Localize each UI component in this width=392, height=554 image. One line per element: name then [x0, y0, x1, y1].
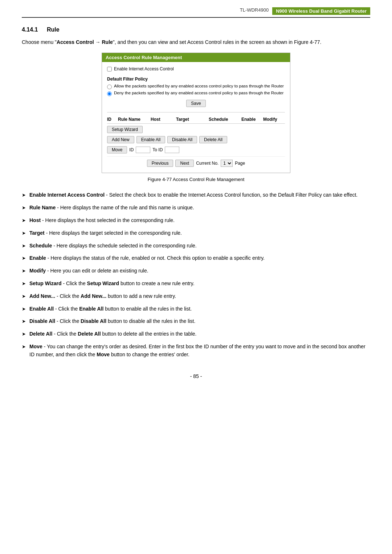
list-item-text: Disable All - Click the Disable All butt… [29, 317, 370, 325]
list-item-text: Enable All - Click the Enable All button… [29, 305, 370, 313]
delete-all-button[interactable]: Delete All [199, 136, 227, 143]
list-item-text: Delete All - Click the Delete All button… [29, 330, 370, 338]
bold-enable-all: Enable All [29, 306, 54, 312]
filter-policy-label: Default Filter Policy [107, 77, 285, 82]
list-item-host: ➤ Host - Here displays the host selected… [22, 216, 370, 225]
list-item-text: Modify - Here you can edit or delete an … [29, 267, 370, 275]
description-list: ➤ Enable Internet Access Control - Selec… [22, 191, 370, 358]
action-buttons-row: Add New Enable All Disable All Delete Al… [107, 136, 285, 143]
intro-paragraph: Choose menu "Access Control → Rule", and… [22, 38, 370, 46]
bullet-arrow-icon: ➤ [22, 305, 26, 313]
move-button[interactable]: Move [107, 146, 127, 153]
bold-rule-name: Rule Name [29, 205, 56, 210]
enable-internet-row: Enable Internet Access Control [107, 66, 285, 71]
bold-setup-wizard2: Setup Wizard [87, 280, 119, 286]
list-item-text: Enable Internet Access Control - Select … [29, 191, 370, 199]
bold-target: Target [29, 230, 45, 236]
page-number-select[interactable]: 1 2 3 [221, 160, 233, 167]
header-model: TL-WDR4900 [240, 7, 269, 15]
radio-allow-row: Allow the packets specified by any enabl… [107, 84, 285, 89]
table-header: ID Rule Name Host Target Schedule Enable… [107, 115, 285, 124]
th-modify: Modify [263, 117, 285, 122]
th-rule-name: Rule Name [118, 117, 151, 122]
list-item-modify: ➤ Modify - Here you can edit or delete a… [22, 267, 370, 275]
bullet-arrow-icon: ➤ [22, 255, 26, 262]
list-item-text: Target - Here displays the target select… [29, 229, 370, 237]
section-heading: 4.14.1 Rule [22, 26, 370, 33]
setup-wizard-row: Setup Wizard [107, 126, 285, 133]
list-item-text: Add New... - Click the Add New... button… [29, 292, 370, 300]
list-item-setup-wizard: ➤ Setup Wizard - Click the Setup Wizard … [22, 279, 370, 288]
acl-panel-title: Access Control Rule Management [102, 53, 290, 62]
radio-allow-label: Allow the packets specified by any enabl… [114, 84, 284, 88]
pagination-row: Previous Next Current No. 1 2 3 Page [107, 156, 285, 168]
bullet-arrow-icon: ➤ [22, 217, 26, 225]
bold-delete-all: Delete All [29, 331, 52, 337]
bullet-arrow-icon: ➤ [22, 204, 26, 212]
bullet-arrow-icon: ➤ [22, 343, 26, 351]
screenshot-box: Access Control Rule Management Enable In… [102, 53, 290, 173]
enable-all-button[interactable]: Enable All [136, 136, 165, 143]
divider1 [107, 112, 285, 112]
th-enable: Enable [241, 117, 263, 122]
save-row: Save [107, 100, 285, 107]
figure-caption: Figure 4-77 Access Control Rule Manageme… [22, 177, 370, 182]
access-control-text: Access Control → Rule [57, 39, 113, 45]
radio-deny-label: Deny the packets specified by any enable… [114, 91, 283, 95]
bullet-arrow-icon: ➤ [22, 293, 26, 300]
radio-deny-row: Deny the packets specified by any enable… [107, 91, 285, 96]
th-schedule: Schedule [209, 117, 241, 122]
th-host: Host [151, 117, 176, 122]
list-item-target: ➤ Target - Here displays the target sele… [22, 229, 370, 237]
list-item-move: ➤ Move - You can change the entry's orde… [22, 342, 370, 359]
previous-button[interactable]: Previous [147, 160, 173, 167]
list-item-rule-name: ➤ Rule Name - Here displays the name of … [22, 204, 370, 212]
next-button[interactable]: Next [175, 160, 194, 167]
bold-move2: Move [97, 352, 110, 357]
bold-setup-wizard: Setup Wizard [29, 280, 62, 286]
list-item-text: Rule Name - Here displays the name of th… [29, 204, 370, 212]
bold-modify: Modify [29, 268, 46, 274]
bold-disable-all2: Disable All [81, 318, 106, 324]
acl-body: Enable Internet Access Control Default F… [102, 62, 290, 173]
move-id-label: ID [129, 147, 134, 152]
radio-allow[interactable] [107, 85, 112, 89]
page-label: Page [235, 161, 245, 166]
list-item-text: Move - You can change the entry's order … [29, 342, 370, 359]
disable-all-button[interactable]: Disable All [167, 136, 197, 143]
bullet-arrow-icon: ➤ [22, 242, 26, 250]
bold-add-new2: Add New... [81, 293, 106, 299]
list-item-text: Schedule - Here displays the schedule se… [29, 242, 370, 250]
list-item-delete-all: ➤ Delete All - Click the Delete All butt… [22, 330, 370, 338]
bold-move: Move [29, 344, 42, 349]
page-number: - 85 - [22, 373, 370, 379]
header-title: N900 Wireless Dual Band Gigabit Router [272, 7, 370, 15]
bold-host: Host [29, 217, 41, 223]
save-button[interactable]: Save [186, 100, 205, 107]
enable-internet-label: Enable Internet Access Control [114, 66, 174, 71]
move-toid-label: To ID [152, 147, 163, 152]
bold-add-new: Add New... [29, 293, 55, 299]
list-item-enable-field: ➤ Enable - Here displays the status of t… [22, 254, 370, 262]
bullet-arrow-icon: ➤ [22, 230, 26, 237]
bold-disable-all: Disable All [29, 318, 55, 324]
setup-wizard-button[interactable]: Setup Wizard [107, 126, 143, 133]
list-item-add-new: ➤ Add New... - Click the Add New... butt… [22, 292, 370, 300]
bullet-arrow-icon: ➤ [22, 280, 26, 288]
bold-schedule: Schedule [29, 243, 52, 249]
list-item-text: Enable - Here displays the status of the… [29, 254, 370, 262]
th-id: ID [107, 117, 118, 122]
list-item-text: Host - Here displays the host selected i… [29, 216, 370, 224]
move-id-input[interactable] [136, 147, 150, 153]
add-new-button[interactable]: Add New [107, 136, 134, 143]
radio-deny[interactable] [107, 91, 112, 96]
list-item-enable: ➤ Enable Internet Access Control - Selec… [22, 191, 370, 199]
move-toid-input[interactable] [165, 147, 179, 153]
list-item-schedule: ➤ Schedule - Here displays the schedule … [22, 242, 370, 250]
enable-internet-checkbox[interactable] [107, 67, 112, 71]
bullet-arrow-icon: ➤ [22, 331, 26, 338]
list-item-disable-all: ➤ Disable All - Click the Disable All bu… [22, 317, 370, 325]
current-no-label: Current No. [196, 161, 219, 166]
move-row: Move ID To ID [107, 146, 285, 153]
list-item-text: Setup Wizard - Click the Setup Wizard bu… [29, 279, 370, 287]
